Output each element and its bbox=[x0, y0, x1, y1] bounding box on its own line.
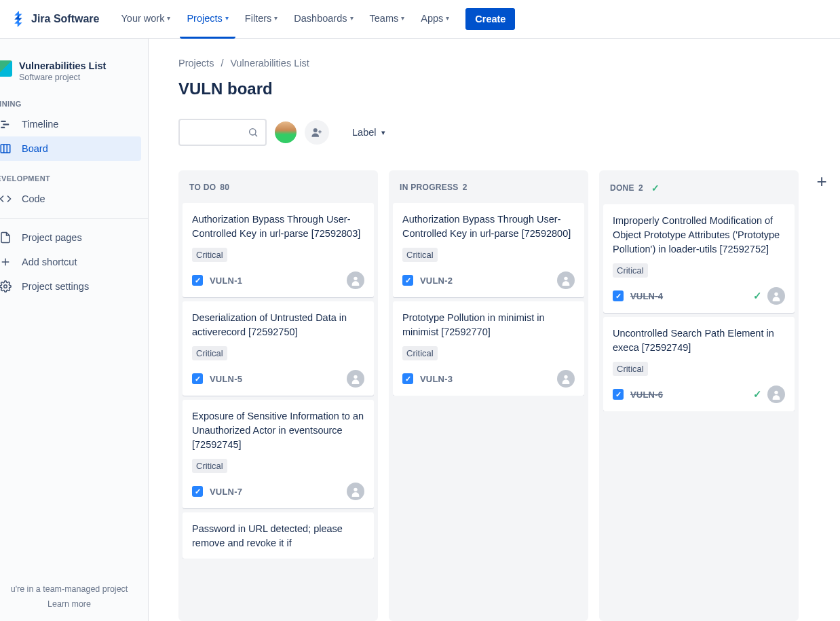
sidebar-item-project-pages[interactable]: Project pages bbox=[0, 225, 148, 250]
svg-point-18 bbox=[774, 391, 778, 394]
issue-key: VULN-1 bbox=[210, 276, 242, 286]
card-tag: Critical bbox=[613, 362, 648, 376]
sidebar-item-label: Add shortcut bbox=[22, 257, 77, 267]
chevron-down-icon: ▾ bbox=[274, 14, 278, 22]
task-type-icon: ✓ bbox=[613, 290, 624, 301]
sidebar-item-timeline[interactable]: Timeline bbox=[0, 112, 148, 136]
issue-card[interactable]: Uncontrolled Search Path Element in exec… bbox=[603, 317, 795, 411]
card-footer: ✓ VULN-4 ✓ bbox=[613, 287, 785, 305]
sidebar-item-code[interactable]: Code bbox=[0, 187, 148, 211]
create-button[interactable]: Create bbox=[465, 8, 515, 30]
issue-card[interactable]: Prototype Pollution in minimist in minim… bbox=[393, 301, 584, 396]
sidebar-item-project-settings[interactable]: Project settings bbox=[0, 274, 148, 299]
add-person-button[interactable] bbox=[305, 120, 329, 145]
task-type-icon: ✓ bbox=[192, 373, 203, 384]
nav-item-filters[interactable]: Filters▾ bbox=[238, 0, 284, 39]
code-icon bbox=[0, 193, 12, 205]
assignee-avatar[interactable] bbox=[347, 271, 364, 289]
nav-label: Your work bbox=[121, 13, 164, 24]
nav-items: Your work▾Projects▾Filters▾Dashboards▾Te… bbox=[114, 0, 456, 39]
board-title: VULN board bbox=[178, 79, 840, 98]
svg-rect-3 bbox=[1, 145, 10, 153]
assignee-avatar[interactable] bbox=[767, 385, 785, 403]
issue-card[interactable]: Exposure of Sensitive Information to an … bbox=[183, 400, 374, 508]
breadcrumb-separator: / bbox=[221, 58, 223, 69]
card-title: Authorization Bypass Through User-Contro… bbox=[192, 212, 364, 241]
card-title: Uncontrolled Search Path Element in exec… bbox=[613, 326, 785, 355]
column-header[interactable]: IN PROGRESS 2 bbox=[393, 170, 584, 203]
card-tag: Critical bbox=[192, 248, 227, 262]
assignee-avatar[interactable] bbox=[347, 370, 364, 388]
jira-logo[interactable]: Jira Software bbox=[8, 11, 106, 27]
chevron-down-icon: ▾ bbox=[381, 128, 385, 137]
svg-point-14 bbox=[354, 488, 357, 491]
nav-item-projects[interactable]: Projects▾ bbox=[180, 0, 235, 39]
jira-icon bbox=[11, 11, 27, 27]
svg-point-12 bbox=[354, 277, 357, 280]
assignee-avatar[interactable] bbox=[347, 483, 364, 500]
issue-key: VULN-3 bbox=[420, 374, 453, 384]
card-tag: Critical bbox=[402, 346, 438, 360]
chevron-down-icon: ▾ bbox=[446, 14, 449, 22]
column-name: IN PROGRESS bbox=[400, 183, 459, 192]
breadcrumb-project-name[interactable]: Vulnerabilities List bbox=[230, 58, 309, 69]
nav-label: Teams bbox=[370, 13, 399, 24]
column-done: DONE 2✓Improperly Controlled Modificatio… bbox=[599, 170, 799, 621]
nav-item-your-work[interactable]: Your work▾ bbox=[114, 0, 177, 39]
chevron-down-icon: ▾ bbox=[225, 14, 229, 22]
check-icon: ✓ bbox=[651, 183, 660, 193]
issue-card[interactable]: Authorization Bypass Through User-Contro… bbox=[183, 203, 374, 297]
search-icon bbox=[248, 127, 259, 138]
assignee-avatar[interactable] bbox=[557, 271, 575, 289]
nav-item-teams[interactable]: Teams▾ bbox=[363, 0, 412, 39]
issue-key: VULN-4 bbox=[630, 291, 663, 301]
svg-rect-0 bbox=[1, 121, 6, 122]
issue-card[interactable]: Authorization Bypass Through User-Contro… bbox=[393, 203, 584, 297]
card-footer: ✓ VULN-5 bbox=[192, 370, 364, 388]
assignee-avatar[interactable] bbox=[557, 370, 575, 388]
column-to-do: TO DO 80Authorization Bypass Through Use… bbox=[178, 170, 378, 621]
top-nav: Jira Software Your work▾Projects▾Filters… bbox=[0, 0, 840, 39]
sidebar-item-add-shortcut[interactable]: Add shortcut bbox=[0, 250, 148, 274]
chevron-down-icon: ▾ bbox=[350, 14, 354, 22]
project-header[interactable]: Vulnerabilities List Software project bbox=[0, 55, 148, 96]
nav-item-apps[interactable]: Apps▾ bbox=[414, 0, 456, 39]
sidebar-item-label: Code bbox=[22, 193, 45, 204]
card-list: Authorization Bypass Through User-Contro… bbox=[183, 203, 374, 559]
plus-icon bbox=[0, 256, 12, 268]
sidebar-footer: u're in a team-managed project Learn mor… bbox=[0, 575, 148, 621]
learn-more-link[interactable]: Learn more bbox=[0, 599, 141, 609]
logo-text: Jira Software bbox=[31, 13, 99, 25]
column-count: 2 bbox=[638, 183, 643, 193]
issue-card[interactable]: Improperly Controlled Modification of Ob… bbox=[603, 204, 795, 313]
card-footer: ✓ VULN-3 bbox=[402, 370, 575, 388]
sidebar-item-board[interactable]: Board bbox=[0, 136, 141, 161]
svg-point-9 bbox=[250, 129, 256, 135]
user-avatar[interactable] bbox=[273, 120, 298, 145]
column-header[interactable]: DONE 2✓ bbox=[603, 170, 795, 204]
issue-key: VULN-5 bbox=[210, 374, 242, 384]
svg-point-13 bbox=[354, 375, 357, 379]
card-tag: Critical bbox=[192, 346, 227, 360]
add-column-button[interactable]: + bbox=[809, 170, 834, 193]
assignee-avatar[interactable] bbox=[767, 287, 785, 305]
chevron-down-icon: ▾ bbox=[167, 14, 170, 22]
project-avatar-icon bbox=[0, 60, 12, 77]
issue-key: VULN-2 bbox=[420, 276, 453, 286]
issue-card[interactable]: Deserialization of Untrusted Data in act… bbox=[183, 301, 374, 396]
column-header[interactable]: TO DO 80 bbox=[183, 170, 374, 203]
issue-card[interactable]: Password in URL detected; please remove … bbox=[183, 512, 374, 559]
breadcrumb-projects[interactable]: Projects bbox=[178, 58, 214, 69]
task-type-icon: ✓ bbox=[613, 389, 624, 400]
card-footer: ✓ VULN-6 ✓ bbox=[613, 385, 785, 403]
label-filter[interactable]: Label ▾ bbox=[345, 121, 392, 143]
sidebar-item-label: Board bbox=[22, 143, 48, 154]
card-tag: Critical bbox=[192, 459, 227, 473]
nav-label: Apps bbox=[421, 13, 443, 24]
nav-item-dashboards[interactable]: Dashboards▾ bbox=[287, 0, 360, 39]
task-type-icon: ✓ bbox=[402, 275, 413, 286]
card-list: Improperly Controlled Modification of Ob… bbox=[603, 204, 795, 411]
search-input[interactable] bbox=[178, 119, 267, 146]
column-name: DONE bbox=[610, 183, 634, 193]
issue-key: VULN-6 bbox=[630, 390, 663, 400]
